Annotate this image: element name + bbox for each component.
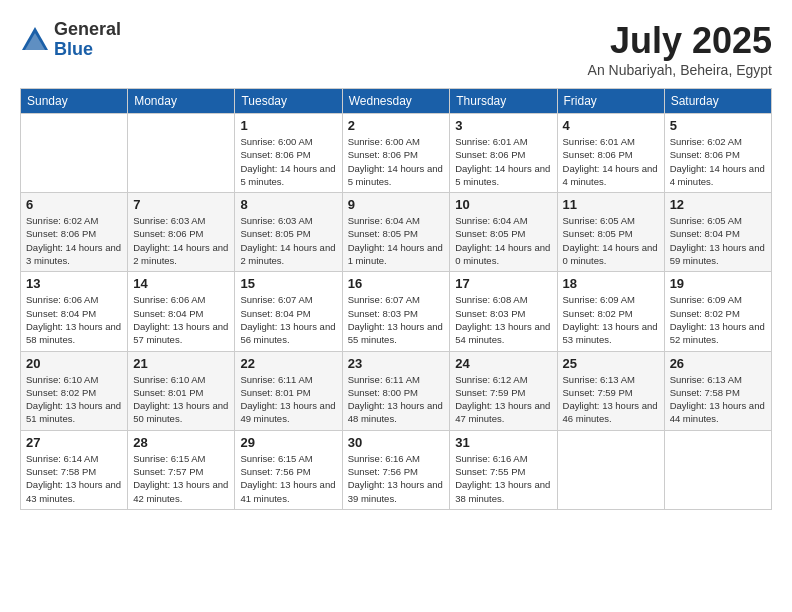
day-info: Sunrise: 6:16 AMSunset: 7:56 PMDaylight:… (348, 452, 445, 505)
day-cell (664, 430, 771, 509)
day-cell (128, 114, 235, 193)
day-info: Sunrise: 6:13 AMSunset: 7:58 PMDaylight:… (670, 373, 766, 426)
logo-text: General Blue (54, 20, 121, 60)
day-info: Sunrise: 6:08 AMSunset: 8:03 PMDaylight:… (455, 293, 551, 346)
week-row-5: 27Sunrise: 6:14 AMSunset: 7:58 PMDayligh… (21, 430, 772, 509)
day-cell: 23Sunrise: 6:11 AMSunset: 8:00 PMDayligh… (342, 351, 450, 430)
day-cell: 6Sunrise: 6:02 AMSunset: 8:06 PMDaylight… (21, 193, 128, 272)
day-cell: 10Sunrise: 6:04 AMSunset: 8:05 PMDayligh… (450, 193, 557, 272)
day-info: Sunrise: 6:10 AMSunset: 8:02 PMDaylight:… (26, 373, 122, 426)
logo-blue-text: Blue (54, 40, 121, 60)
day-info: Sunrise: 6:11 AMSunset: 8:01 PMDaylight:… (240, 373, 336, 426)
location: An Nubariyah, Beheira, Egypt (588, 62, 772, 78)
week-row-1: 1Sunrise: 6:00 AMSunset: 8:06 PMDaylight… (21, 114, 772, 193)
day-number: 19 (670, 276, 766, 291)
day-info: Sunrise: 6:04 AMSunset: 8:05 PMDaylight:… (348, 214, 445, 267)
day-cell: 26Sunrise: 6:13 AMSunset: 7:58 PMDayligh… (664, 351, 771, 430)
day-info: Sunrise: 6:04 AMSunset: 8:05 PMDaylight:… (455, 214, 551, 267)
day-number: 7 (133, 197, 229, 212)
day-cell: 30Sunrise: 6:16 AMSunset: 7:56 PMDayligh… (342, 430, 450, 509)
day-info: Sunrise: 6:10 AMSunset: 8:01 PMDaylight:… (133, 373, 229, 426)
day-number: 16 (348, 276, 445, 291)
day-number: 8 (240, 197, 336, 212)
day-cell: 18Sunrise: 6:09 AMSunset: 8:02 PMDayligh… (557, 272, 664, 351)
day-info: Sunrise: 6:09 AMSunset: 8:02 PMDaylight:… (563, 293, 659, 346)
day-info: Sunrise: 6:05 AMSunset: 8:04 PMDaylight:… (670, 214, 766, 267)
day-info: Sunrise: 6:00 AMSunset: 8:06 PMDaylight:… (348, 135, 445, 188)
day-info: Sunrise: 6:00 AMSunset: 8:06 PMDaylight:… (240, 135, 336, 188)
day-info: Sunrise: 6:13 AMSunset: 7:59 PMDaylight:… (563, 373, 659, 426)
day-cell: 5Sunrise: 6:02 AMSunset: 8:06 PMDaylight… (664, 114, 771, 193)
day-number: 12 (670, 197, 766, 212)
calendar-table: SundayMondayTuesdayWednesdayThursdayFrid… (20, 88, 772, 510)
day-cell: 25Sunrise: 6:13 AMSunset: 7:59 PMDayligh… (557, 351, 664, 430)
day-cell (21, 114, 128, 193)
day-cell: 8Sunrise: 6:03 AMSunset: 8:05 PMDaylight… (235, 193, 342, 272)
day-cell: 11Sunrise: 6:05 AMSunset: 8:05 PMDayligh… (557, 193, 664, 272)
header-cell-saturday: Saturday (664, 89, 771, 114)
day-number: 23 (348, 356, 445, 371)
day-cell: 17Sunrise: 6:08 AMSunset: 8:03 PMDayligh… (450, 272, 557, 351)
day-cell: 22Sunrise: 6:11 AMSunset: 8:01 PMDayligh… (235, 351, 342, 430)
day-cell: 15Sunrise: 6:07 AMSunset: 8:04 PMDayligh… (235, 272, 342, 351)
day-cell: 1Sunrise: 6:00 AMSunset: 8:06 PMDaylight… (235, 114, 342, 193)
day-info: Sunrise: 6:12 AMSunset: 7:59 PMDaylight:… (455, 373, 551, 426)
day-cell: 28Sunrise: 6:15 AMSunset: 7:57 PMDayligh… (128, 430, 235, 509)
calendar-header: SundayMondayTuesdayWednesdayThursdayFrid… (21, 89, 772, 114)
month-title: July 2025 (588, 20, 772, 62)
week-row-4: 20Sunrise: 6:10 AMSunset: 8:02 PMDayligh… (21, 351, 772, 430)
day-info: Sunrise: 6:15 AMSunset: 7:56 PMDaylight:… (240, 452, 336, 505)
day-number: 11 (563, 197, 659, 212)
header-cell-sunday: Sunday (21, 89, 128, 114)
header-cell-monday: Monday (128, 89, 235, 114)
day-number: 25 (563, 356, 659, 371)
day-number: 10 (455, 197, 551, 212)
day-cell: 2Sunrise: 6:00 AMSunset: 8:06 PMDaylight… (342, 114, 450, 193)
day-number: 3 (455, 118, 551, 133)
day-number: 18 (563, 276, 659, 291)
day-cell: 7Sunrise: 6:03 AMSunset: 8:06 PMDaylight… (128, 193, 235, 272)
day-cell: 9Sunrise: 6:04 AMSunset: 8:05 PMDaylight… (342, 193, 450, 272)
day-info: Sunrise: 6:01 AMSunset: 8:06 PMDaylight:… (455, 135, 551, 188)
day-info: Sunrise: 6:05 AMSunset: 8:05 PMDaylight:… (563, 214, 659, 267)
day-info: Sunrise: 6:07 AMSunset: 8:03 PMDaylight:… (348, 293, 445, 346)
day-number: 28 (133, 435, 229, 450)
day-number: 15 (240, 276, 336, 291)
day-number: 5 (670, 118, 766, 133)
week-row-3: 13Sunrise: 6:06 AMSunset: 8:04 PMDayligh… (21, 272, 772, 351)
day-number: 29 (240, 435, 336, 450)
day-info: Sunrise: 6:06 AMSunset: 8:04 PMDaylight:… (133, 293, 229, 346)
day-cell: 19Sunrise: 6:09 AMSunset: 8:02 PMDayligh… (664, 272, 771, 351)
day-cell: 29Sunrise: 6:15 AMSunset: 7:56 PMDayligh… (235, 430, 342, 509)
day-number: 2 (348, 118, 445, 133)
day-number: 27 (26, 435, 122, 450)
day-number: 22 (240, 356, 336, 371)
day-number: 6 (26, 197, 122, 212)
day-cell: 24Sunrise: 6:12 AMSunset: 7:59 PMDayligh… (450, 351, 557, 430)
header-cell-tuesday: Tuesday (235, 89, 342, 114)
day-info: Sunrise: 6:07 AMSunset: 8:04 PMDaylight:… (240, 293, 336, 346)
day-number: 26 (670, 356, 766, 371)
day-info: Sunrise: 6:03 AMSunset: 8:05 PMDaylight:… (240, 214, 336, 267)
day-info: Sunrise: 6:16 AMSunset: 7:55 PMDaylight:… (455, 452, 551, 505)
header-cell-wednesday: Wednesday (342, 89, 450, 114)
logo-general-text: General (54, 20, 121, 40)
day-number: 24 (455, 356, 551, 371)
day-cell: 3Sunrise: 6:01 AMSunset: 8:06 PMDaylight… (450, 114, 557, 193)
day-number: 20 (26, 356, 122, 371)
day-number: 31 (455, 435, 551, 450)
day-cell: 12Sunrise: 6:05 AMSunset: 8:04 PMDayligh… (664, 193, 771, 272)
day-number: 21 (133, 356, 229, 371)
page-header: General Blue July 2025 An Nubariyah, Beh… (20, 20, 772, 78)
day-cell: 16Sunrise: 6:07 AMSunset: 8:03 PMDayligh… (342, 272, 450, 351)
day-info: Sunrise: 6:02 AMSunset: 8:06 PMDaylight:… (670, 135, 766, 188)
day-info: Sunrise: 6:06 AMSunset: 8:04 PMDaylight:… (26, 293, 122, 346)
day-cell: 27Sunrise: 6:14 AMSunset: 7:58 PMDayligh… (21, 430, 128, 509)
day-number: 14 (133, 276, 229, 291)
day-cell: 31Sunrise: 6:16 AMSunset: 7:55 PMDayligh… (450, 430, 557, 509)
day-info: Sunrise: 6:03 AMSunset: 8:06 PMDaylight:… (133, 214, 229, 267)
day-cell: 14Sunrise: 6:06 AMSunset: 8:04 PMDayligh… (128, 272, 235, 351)
day-number: 1 (240, 118, 336, 133)
week-row-2: 6Sunrise: 6:02 AMSunset: 8:06 PMDaylight… (21, 193, 772, 272)
day-info: Sunrise: 6:15 AMSunset: 7:57 PMDaylight:… (133, 452, 229, 505)
